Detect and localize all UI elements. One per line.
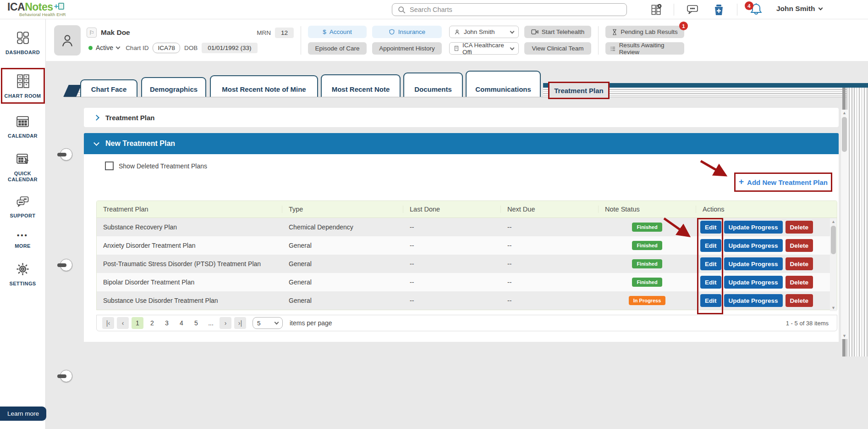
page-button-3[interactable]: 3 [161,317,173,329]
update-progress-button[interactable]: Update Progress [724,276,783,289]
tab-demographics[interactable]: Demographics [141,77,206,97]
notifications-bell[interactable]: 4 [750,2,763,16]
table-row: Bipolar Disorder Treatment Plan General … [97,273,837,291]
office-dropdown[interactable]: ICA Healthcare Offi [449,42,519,55]
table-scrollbar[interactable]: ▲ ▼ [830,218,837,311]
table-row: Anxiety Disorder Treatment Plan General … [97,236,837,255]
page-button-5[interactable]: 5 [190,317,202,329]
gear-icon [15,262,30,277]
delete-button[interactable]: Delete [786,221,813,234]
messages-icon[interactable] [687,4,698,15]
tab-communications[interactable]: Communications [466,71,541,97]
edit-button[interactable]: Edit [700,221,721,234]
search-input[interactable] [410,6,621,13]
last-page-button[interactable]: ›| [234,317,246,329]
building-icon [454,45,459,51]
start-telehealth-button[interactable]: Start Telehealth [524,26,591,38]
chevron-down-icon [510,45,515,50]
appointment-history-button[interactable]: Appointment History [372,42,442,55]
search-charts-box[interactable] [392,3,627,16]
drawer-handle[interactable] [60,370,72,382]
treatment-plan-collapsed-section[interactable]: Treatment Plan [84,108,839,127]
sidebar-item-more[interactable]: ••• MORE [1,231,45,249]
status-badge: Finished [632,241,662,250]
tab-treatment-plan[interactable]: Treatment Plan [548,82,610,99]
edit-button[interactable]: Edit [700,239,721,252]
patient-flag-icon[interactable]: ⚐ [87,28,97,38]
page-ellipsis[interactable]: ... [205,317,217,329]
pending-lab-results-button[interactable]: Pending Lab Results 1 [605,26,684,38]
plus-icon: + [739,177,744,187]
episode-of-care-button[interactable]: Episode of Care [308,42,367,55]
tab-most-recent-note[interactable]: Most Recent Note [321,74,401,97]
user-menu[interactable]: John Smith [776,5,822,13]
chart-id-value: ICA78 [153,43,180,53]
drawer-handle[interactable] [60,259,72,271]
delete-button[interactable]: Delete [786,239,813,252]
page-button-4[interactable]: 4 [176,317,187,329]
scrollbar-thumb[interactable] [831,226,836,254]
delete-button[interactable]: Delete [786,276,813,289]
pending-labs-count-badge: 1 [679,22,688,30]
col-next-due: Next Due [501,206,599,213]
update-progress-button[interactable]: Update Progress [724,221,783,234]
logo-plus-icon: + [54,1,59,11]
drawer-handle[interactable] [60,148,72,161]
update-progress-button[interactable]: Update Progress [724,294,783,307]
page-stack-side-edges [846,88,868,357]
provider-dropdown[interactable]: John Smith [449,26,519,38]
tab-most-recent-note-of-mine[interactable]: Most Recent Note of Mine [210,75,318,97]
status-badge: Finished [632,278,662,287]
sidebar-item-calendar[interactable]: CALENDAR [1,114,45,139]
update-progress-button[interactable]: Update Progress [724,257,783,270]
patient-header: ⚐ Mak Doe MRN 12 Active Chart ID ICA78 D… [46,19,868,61]
person-icon [60,33,75,48]
first-page-button[interactable]: |‹ [102,317,114,329]
edit-button[interactable]: Edit [700,294,721,307]
page-button-2[interactable]: 2 [146,317,158,329]
patient-status: Active [96,44,113,51]
delete-button[interactable]: Delete [786,294,813,307]
chevron-down-icon [93,140,99,146]
shield-icon [389,28,395,35]
patient-status-dropdown[interactable]: Active [87,43,121,52]
sidebar-item-dashboard[interactable]: DASHBOARD [1,30,45,56]
learn-more-button[interactable]: Learn more [0,407,46,421]
notification-count-badge: 4 [745,1,753,10]
scroll-up-icon[interactable]: ▲ [830,219,837,224]
prescriptions-icon[interactable] [713,4,725,16]
sidebar-item-chart-room[interactable]: CHART ROOM [1,68,45,104]
delete-button[interactable]: Delete [786,257,813,270]
scroll-up-icon[interactable]: ▲ [841,111,848,115]
page-size-select[interactable]: 5 [253,317,283,329]
tabs-baseline [64,97,849,97]
add-chart-cabinet-icon[interactable] [650,3,663,16]
page-button-1[interactable]: 1 [132,317,143,329]
treatment-plans-table: Treatment Plan Type Last Done Next Due N… [96,201,837,310]
sidebar-item-settings[interactable]: SETTINGS [1,262,45,287]
scrollbar-thumb[interactable] [842,117,847,152]
page-scrollbar[interactable]: ▲ ▼ [841,110,848,339]
tab-documents[interactable]: Documents [403,72,463,97]
view-clinical-team-button[interactable]: View Clinical Team [524,42,591,55]
sidebar-item-quick-calendar[interactable]: QUICK CALENDAR [1,151,45,183]
edit-button[interactable]: Edit [700,257,721,270]
results-awaiting-review-button[interactable]: Results Awaiting Review [605,42,684,55]
show-deleted-checkbox[interactable] [105,162,114,170]
tab-chart-face[interactable]: Chart Face [80,79,137,97]
scroll-down-icon[interactable]: ▼ [841,334,848,338]
next-page-button[interactable]: › [220,317,231,329]
account-button[interactable]: $ Account [308,26,367,38]
sidebar-item-support[interactable]: SUPPORT [1,195,45,219]
add-new-treatment-plan-button[interactable]: + Add New Treatment Plan [734,173,832,192]
insurance-button[interactable]: Insurance [372,26,442,38]
new-treatment-plan-section-header[interactable]: New Treatment Plan [84,133,839,154]
update-progress-button[interactable]: Update Progress [724,239,783,252]
previous-page-button[interactable]: ‹ [117,317,129,329]
scroll-down-icon[interactable]: ▼ [830,306,837,310]
edit-button[interactable]: Edit [700,276,721,289]
support-icon [15,195,30,209]
table-row: Substance Use Disorder Treatment Plan Ge… [97,291,837,310]
col-last-done: Last Done [403,206,501,213]
more-dots-icon: ••• [17,231,28,239]
